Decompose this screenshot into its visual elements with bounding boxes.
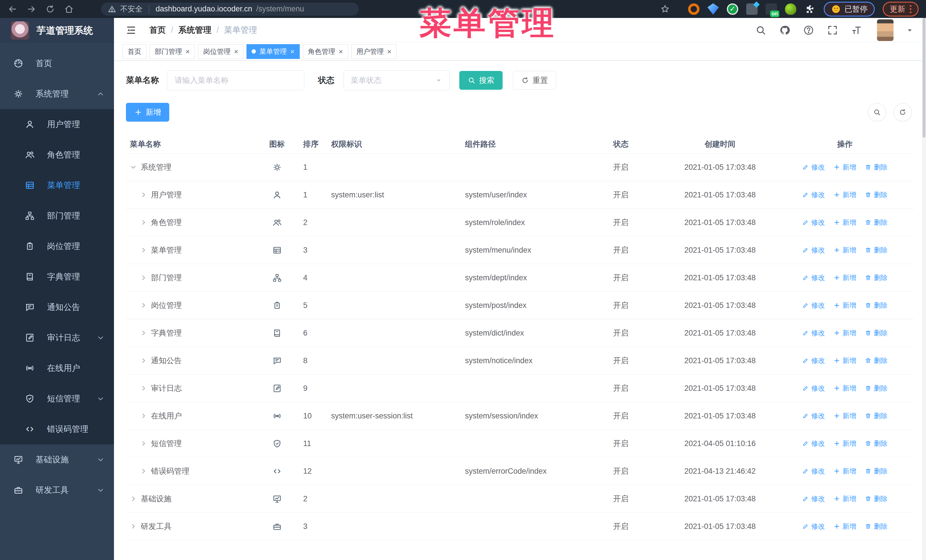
edit-action-link[interactable]: 修改 [802, 163, 825, 172]
edit-action-link[interactable]: 修改 [802, 356, 825, 365]
sidebar-item[interactable]: 菜单管理 [0, 170, 114, 201]
add-action-link[interactable]: 新增 [834, 356, 856, 365]
view-tab[interactable]: 菜单管理 × [247, 44, 300, 59]
help-icon[interactable] [803, 24, 814, 36]
browser-home-icon[interactable] [64, 4, 74, 14]
menu-name-input[interactable] [167, 70, 304, 90]
edit-action-link[interactable]: 修改 [802, 218, 825, 227]
breadcrumb-item[interactable]: 系统管理 [179, 24, 212, 36]
sidebar-item[interactable]: 角色管理 [0, 140, 114, 170]
edit-action-link[interactable]: 修改 [802, 190, 825, 199]
view-tab[interactable]: 角色管理 × [303, 44, 348, 59]
sidebar-item[interactable]: 通知公告 [0, 292, 114, 323]
extension-icon-switch[interactable]: on [766, 3, 777, 15]
delete-action-link[interactable]: 删除 [865, 190, 888, 199]
toggle-search-button[interactable] [868, 103, 886, 121]
extension-icon-orange-ring[interactable] [688, 3, 699, 15]
tree-expand-icon[interactable] [140, 412, 147, 419]
delete-action-link[interactable]: 删除 [865, 356, 888, 365]
add-action-link[interactable]: 新增 [834, 466, 856, 476]
edit-action-link[interactable]: 修改 [802, 328, 825, 338]
view-tab[interactable]: 岗位管理 × [198, 44, 243, 59]
edit-action-link[interactable]: 修改 [802, 494, 825, 503]
add-action-link[interactable]: 新增 [834, 246, 856, 255]
delete-action-link[interactable]: 删除 [865, 411, 888, 420]
tree-expand-icon[interactable] [140, 274, 147, 281]
extension-icon-columns[interactable] [746, 3, 758, 15]
delete-action-link[interactable]: 删除 [865, 273, 888, 282]
tree-expand-icon[interactable] [140, 192, 147, 198]
sidebar-item[interactable]: 错误码管理 [0, 414, 114, 444]
edit-action-link[interactable]: 修改 [802, 273, 825, 282]
reset-button[interactable]: 重置 [513, 71, 556, 90]
avatar-caret-down-icon[interactable] [906, 27, 914, 34]
sidebar-item[interactable]: 基础设施 [0, 444, 114, 475]
add-action-link[interactable]: 新增 [834, 522, 856, 531]
browser-forward-icon[interactable] [26, 4, 36, 14]
tab-close-icon[interactable]: × [290, 48, 294, 55]
edit-action-link[interactable]: 修改 [802, 466, 825, 476]
fullscreen-icon[interactable] [827, 24, 838, 36]
add-action-link[interactable]: 新增 [834, 439, 856, 448]
delete-action-link[interactable]: 删除 [865, 439, 888, 448]
delete-action-link[interactable]: 删除 [865, 384, 888, 393]
page-scrollbar[interactable] [922, 18, 926, 560]
add-action-link[interactable]: 新增 [834, 301, 856, 310]
tree-expand-icon[interactable] [140, 302, 147, 309]
bookmark-star-icon[interactable] [660, 4, 670, 15]
sidebar-item[interactable]: 审计日志 [0, 323, 114, 353]
tree-expand-icon[interactable] [130, 164, 137, 171]
delete-action-link[interactable]: 删除 [865, 494, 888, 503]
sidebar-item[interactable]: 用户管理 [0, 109, 114, 140]
delete-action-link[interactable]: 删除 [865, 246, 888, 255]
view-tab[interactable]: 用户管理 × [351, 44, 396, 59]
sidebar-collapse-icon[interactable] [126, 24, 137, 36]
edit-action-link[interactable]: 修改 [802, 301, 825, 310]
edit-action-link[interactable]: 修改 [802, 522, 825, 531]
add-action-link[interactable]: 新增 [834, 163, 856, 172]
breadcrumb-item[interactable]: 首页 [149, 24, 166, 36]
add-action-link[interactable]: 新增 [834, 328, 856, 338]
tree-expand-icon[interactable] [140, 468, 147, 474]
search-button[interactable]: 搜索 [459, 71, 502, 90]
extension-icon-green-check[interactable]: ✓ [727, 3, 738, 15]
edit-action-link[interactable]: 修改 [802, 411, 825, 420]
sidebar-item[interactable]: 字典管理 [0, 261, 114, 292]
add-action-link[interactable]: 新增 [834, 273, 856, 282]
sidebar-item[interactable]: 部门管理 [0, 201, 114, 231]
tree-expand-icon[interactable] [130, 523, 137, 530]
browser-reload-icon[interactable] [45, 4, 55, 14]
add-action-link[interactable]: 新增 [834, 411, 856, 420]
extension-icon-green-bug[interactable] [785, 3, 796, 15]
profile-paused-pill[interactable]: 已暂停 [824, 2, 875, 17]
add-action-link[interactable]: 新增 [834, 218, 856, 227]
delete-action-link[interactable]: 删除 [865, 301, 888, 310]
header-search-icon[interactable] [755, 24, 766, 36]
tab-close-icon[interactable]: × [387, 48, 392, 55]
sidebar-item[interactable]: 岗位管理 [0, 231, 114, 261]
tree-expand-icon[interactable] [140, 385, 147, 392]
tree-expand-icon[interactable] [140, 329, 147, 337]
tab-close-icon[interactable]: × [339, 48, 343, 55]
scrollbar-thumb[interactable] [923, 18, 925, 137]
refresh-table-button[interactable] [894, 103, 912, 121]
add-button[interactable]: 新增 [126, 103, 169, 122]
github-icon[interactable] [779, 24, 790, 36]
delete-action-link[interactable]: 删除 [865, 163, 888, 172]
delete-action-link[interactable]: 删除 [865, 328, 888, 338]
view-tab[interactable]: 部门管理 × [150, 44, 195, 59]
tree-expand-icon[interactable] [140, 247, 147, 254]
sidebar-item[interactable]: 短信管理 [0, 383, 114, 414]
edit-action-link[interactable]: 修改 [802, 384, 825, 393]
add-action-link[interactable]: 新增 [834, 494, 856, 503]
status-select[interactable]: 菜单状态 [343, 70, 449, 90]
edit-action-link[interactable]: 修改 [802, 439, 825, 448]
tab-close-icon[interactable]: × [234, 48, 238, 55]
sidebar-logo[interactable]: 芋道管理系统 [0, 18, 114, 43]
delete-action-link[interactable]: 删除 [865, 466, 888, 476]
sidebar-item[interactable]: 系统管理 [0, 78, 114, 109]
tree-expand-icon[interactable] [130, 495, 137, 502]
tree-expand-icon[interactable] [140, 219, 147, 226]
delete-action-link[interactable]: 删除 [865, 218, 888, 227]
sidebar-item[interactable]: 研发工具 [0, 475, 114, 505]
